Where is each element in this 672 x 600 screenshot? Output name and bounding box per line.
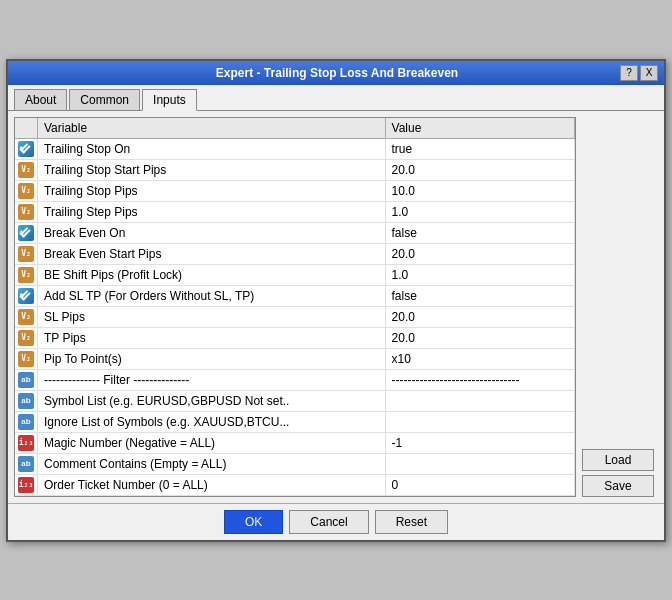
table-row[interactable]: V₂Trailing Stop Start Pips20.0 [15, 159, 575, 180]
params-table: Variable Value Trailing Stop OntrueV₂Tra… [15, 118, 575, 496]
row-value[interactable]: x10 [385, 348, 574, 369]
col-variable-header: Variable [38, 118, 386, 139]
table-row[interactable]: V₂Trailing Stop Pips10.0 [15, 180, 575, 201]
col-icon [15, 118, 38, 139]
table-row[interactable]: V₂Pip To Point(s)x10 [15, 348, 575, 369]
row-value[interactable]: 1.0 [385, 201, 574, 222]
row-value[interactable]: -------------------------------- [385, 369, 574, 390]
row-icon: V₂ [15, 201, 38, 222]
row-value[interactable] [385, 411, 574, 432]
row-variable: Trailing Stop Pips [38, 180, 386, 201]
row-variable: BE Shift Pips (Profit Lock) [38, 264, 386, 285]
row-variable: SL Pips [38, 306, 386, 327]
row-value[interactable]: 20.0 [385, 159, 574, 180]
row-value[interactable]: 20.0 [385, 306, 574, 327]
table-row[interactable]: Add SL TP (For Orders Without SL, TP)fal… [15, 285, 575, 306]
row-icon: ab [15, 390, 38, 411]
table-row[interactable]: abIgnore List of Symbols (e.g. XAUUSD,BT… [15, 411, 575, 432]
row-variable: Trailing Step Pips [38, 201, 386, 222]
row-icon: i₂₃ [15, 432, 38, 453]
row-value[interactable] [385, 453, 574, 474]
row-icon: ab [15, 369, 38, 390]
tab-bar: About Common Inputs [8, 85, 664, 111]
row-icon: ab [15, 453, 38, 474]
table-row[interactable]: V₂SL Pips20.0 [15, 306, 575, 327]
row-value[interactable]: -1 [385, 432, 574, 453]
row-icon: V₂ [15, 243, 38, 264]
table-row[interactable]: Trailing Stop Ontrue [15, 138, 575, 159]
col-value-header: Value [385, 118, 574, 139]
main-window: Expert - Trailing Stop Loss And Breakeve… [6, 59, 666, 542]
row-icon [15, 285, 38, 306]
row-variable: Comment Contains (Empty = ALL) [38, 453, 386, 474]
row-variable: Trailing Stop On [38, 138, 386, 159]
reset-button[interactable]: Reset [375, 510, 448, 534]
title-bar-buttons: ? X [620, 65, 658, 81]
row-value[interactable]: false [385, 222, 574, 243]
table-row[interactable]: V₂Trailing Step Pips1.0 [15, 201, 575, 222]
table-row[interactable]: i₂₃Magic Number (Negative = ALL)-1 [15, 432, 575, 453]
ok-button[interactable]: OK [224, 510, 283, 534]
row-variable: Symbol List (e.g. EURUSD,GBPUSD Not set.… [38, 390, 386, 411]
row-icon [15, 138, 38, 159]
footer: OK Cancel Reset [8, 503, 664, 540]
help-button[interactable]: ? [620, 65, 638, 81]
table-area: Variable Value Trailing Stop OntrueV₂Tra… [14, 117, 576, 497]
row-value[interactable]: 0 [385, 474, 574, 495]
row-icon: V₂ [15, 306, 38, 327]
row-variable: -------------- Filter -------------- [38, 369, 386, 390]
table-row[interactable]: V₂Break Even Start Pips20.0 [15, 243, 575, 264]
row-value[interactable]: false [385, 285, 574, 306]
row-variable: Ignore List of Symbols (e.g. XAUUSD,BTCU… [38, 411, 386, 432]
tab-about[interactable]: About [14, 89, 67, 110]
row-value[interactable]: 10.0 [385, 180, 574, 201]
row-value[interactable] [385, 390, 574, 411]
row-icon: ab [15, 411, 38, 432]
tab-inputs[interactable]: Inputs [142, 89, 197, 111]
table-row[interactable]: abComment Contains (Empty = ALL) [15, 453, 575, 474]
row-variable: TP Pips [38, 327, 386, 348]
cancel-button[interactable]: Cancel [289, 510, 368, 534]
table-row[interactable]: i₂₃Order Ticket Number (0 = ALL)0 [15, 474, 575, 495]
title-bar: Expert - Trailing Stop Loss And Breakeve… [8, 61, 664, 85]
table-row[interactable]: ab-------------- Filter ----------------… [15, 369, 575, 390]
row-icon: V₂ [15, 180, 38, 201]
table-row[interactable]: abSymbol List (e.g. EURUSD,GBPUSD Not se… [15, 390, 575, 411]
table-row[interactable]: V₂TP Pips20.0 [15, 327, 575, 348]
tab-common[interactable]: Common [69, 89, 140, 110]
row-icon: V₂ [15, 348, 38, 369]
main-area: Variable Value Trailing Stop OntrueV₂Tra… [8, 111, 664, 503]
params-table-container[interactable]: Variable Value Trailing Stop OntrueV₂Tra… [14, 117, 576, 497]
row-variable: Add SL TP (For Orders Without SL, TP) [38, 285, 386, 306]
row-icon: V₂ [15, 264, 38, 285]
row-variable: Trailing Stop Start Pips [38, 159, 386, 180]
row-value[interactable]: 20.0 [385, 243, 574, 264]
side-buttons: Load Save [582, 117, 658, 497]
close-button[interactable]: X [640, 65, 658, 81]
row-variable: Break Even On [38, 222, 386, 243]
row-variable: Pip To Point(s) [38, 348, 386, 369]
window-title: Expert - Trailing Stop Loss And Breakeve… [54, 66, 620, 80]
row-icon: V₂ [15, 327, 38, 348]
row-variable: Magic Number (Negative = ALL) [38, 432, 386, 453]
load-button[interactable]: Load [582, 449, 654, 471]
row-value[interactable]: true [385, 138, 574, 159]
row-icon [15, 222, 38, 243]
save-button[interactable]: Save [582, 475, 654, 497]
row-variable: Order Ticket Number (0 = ALL) [38, 474, 386, 495]
row-icon: i₂₃ [15, 474, 38, 495]
row-icon: V₂ [15, 159, 38, 180]
row-value[interactable]: 1.0 [385, 264, 574, 285]
table-row[interactable]: Break Even Onfalse [15, 222, 575, 243]
row-variable: Break Even Start Pips [38, 243, 386, 264]
row-value[interactable]: 20.0 [385, 327, 574, 348]
table-row[interactable]: V₂BE Shift Pips (Profit Lock)1.0 [15, 264, 575, 285]
